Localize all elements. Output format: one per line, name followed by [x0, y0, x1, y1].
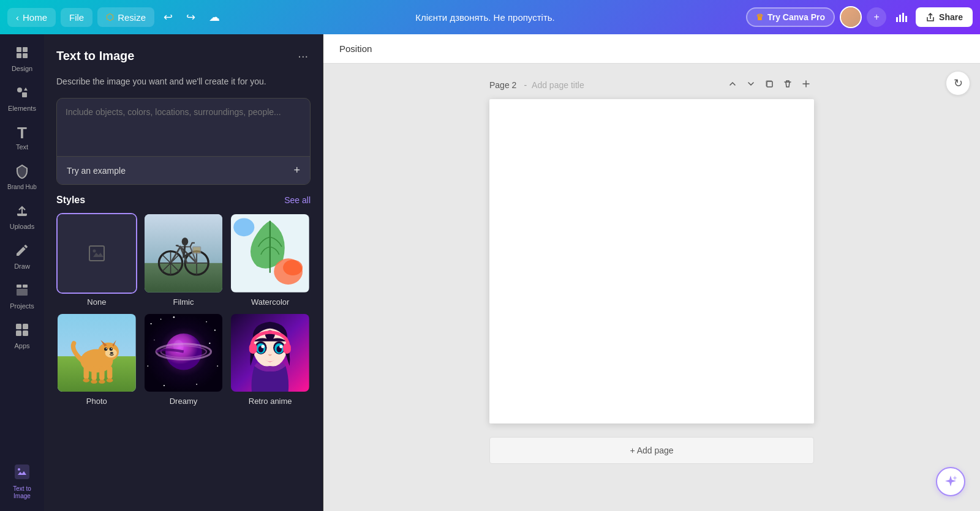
ai-assistant-button[interactable] — [936, 467, 965, 496]
sidebar-text-label: Text — [16, 143, 28, 151]
svg-rect-14 — [23, 324, 28, 329]
watercolor-svg — [231, 214, 309, 293]
draw-icon — [15, 243, 29, 260]
refresh-button[interactable]: ↻ — [946, 71, 970, 95]
add-page-label: + Add page — [630, 446, 673, 455]
sidebar-apps-label: Apps — [14, 342, 29, 350]
see-all-button[interactable]: See all — [284, 195, 311, 205]
svg-rect-12 — [17, 289, 28, 296]
svg-point-63 — [147, 365, 148, 367]
style-photo-thumb — [56, 313, 137, 394]
sidebar: Design Elements T Text Brand Hub Uploads — [0, 34, 44, 511]
sidebar-projects-label: Projects — [10, 302, 34, 310]
svg-rect-84 — [767, 81, 772, 87]
home-button[interactable]: ‹ Home — [7, 8, 56, 27]
sidebar-item-elements[interactable]: Elements — [0, 79, 44, 119]
redo-button[interactable]: ↪ — [182, 6, 200, 28]
page-copy-button[interactable] — [761, 76, 777, 94]
avatar[interactable] — [840, 6, 862, 28]
styles-grid: None — [56, 213, 311, 406]
svg-rect-83 — [283, 343, 291, 354]
style-watercolor[interactable]: Watercolor — [230, 213, 311, 307]
prompt-input[interactable] — [57, 99, 310, 154]
svg-rect-47 — [84, 366, 89, 379]
prompt-box: Try an example + — [56, 98, 311, 185]
panel-header: Text to Image ··· — [56, 47, 311, 65]
trash-icon — [783, 79, 793, 89]
home-label: Home — [23, 12, 47, 23]
canvas-scroll[interactable]: Page 2 - Add page title — [323, 64, 980, 511]
undo-button[interactable]: ↩ — [159, 6, 177, 28]
style-dreamy-label: Dreamy — [170, 397, 198, 406]
sparkle-icon — [943, 474, 958, 489]
svg-point-20 — [92, 249, 96, 252]
style-filmic-thumb — [143, 213, 224, 294]
plus-icon: + — [293, 164, 300, 177]
style-watercolor-thumb — [230, 213, 311, 294]
redo-icon: ↪ — [186, 10, 195, 24]
svg-rect-4 — [17, 47, 21, 52]
plus-icon — [801, 79, 811, 89]
style-filmic[interactable]: Filmic — [143, 213, 224, 307]
page-add-button[interactable] — [798, 76, 814, 94]
share-icon — [925, 12, 935, 22]
svg-rect-2 — [902, 13, 904, 22]
share-button[interactable]: Share — [916, 7, 973, 27]
style-dreamy[interactable]: Dreamy — [143, 313, 224, 406]
try-pro-button[interactable]: ♛ Try Canva Pro — [746, 7, 835, 27]
sidebar-item-projects[interactable]: Projects — [0, 277, 44, 316]
add-account-button[interactable]: + — [867, 7, 886, 27]
canvas-page[interactable] — [489, 99, 814, 423]
cloud-save-button[interactable]: ☁ — [205, 6, 224, 28]
panel-title: Text to Image — [56, 49, 134, 63]
sidebar-item-brand-hub[interactable]: Brand Hub — [0, 158, 44, 197]
try-example-button[interactable]: Try an example + — [57, 156, 310, 184]
svg-rect-1 — [899, 15, 901, 22]
style-photo-label: Photo — [86, 397, 107, 406]
style-retro-anime[interactable]: Retro anime — [230, 313, 311, 406]
page-title-hint[interactable]: Add page title — [532, 80, 584, 90]
panel-description: Describe the image you want and we'll cr… — [56, 75, 311, 88]
svg-rect-11 — [23, 285, 28, 288]
add-page-bar[interactable]: + Add page — [489, 437, 814, 464]
chevron-left-icon: ‹ — [16, 12, 19, 23]
sidebar-item-draw[interactable]: Draw — [0, 237, 44, 277]
svg-point-57 — [160, 318, 161, 319]
position-button[interactable]: Position — [333, 40, 378, 58]
styles-title: Styles — [56, 195, 85, 206]
sidebar-item-text-to-image[interactable]: Text to Image — [0, 457, 44, 506]
svg-point-62 — [209, 342, 210, 343]
page-up-button[interactable] — [725, 76, 741, 94]
sidebar-item-apps[interactable]: Apps — [0, 316, 44, 356]
svg-point-51 — [83, 378, 89, 382]
style-photo[interactable]: Photo — [56, 313, 137, 406]
resize-button[interactable]: ⬡ Resize — [97, 7, 154, 27]
svg-point-80 — [262, 345, 265, 348]
chevron-down-icon — [746, 79, 756, 89]
resize-icon: ⬡ — [106, 12, 114, 23]
file-label: File — [69, 12, 84, 23]
panel-menu-button[interactable]: ··· — [295, 47, 311, 65]
svg-rect-5 — [23, 47, 28, 52]
svg-rect-82 — [249, 343, 257, 354]
page-delete-button[interactable] — [780, 76, 796, 94]
svg-rect-3 — [905, 16, 907, 22]
svg-point-53 — [99, 379, 105, 383]
svg-point-35 — [283, 259, 303, 275]
avatar-image — [841, 7, 861, 27]
chevron-up-icon — [728, 79, 737, 89]
stats-button[interactable] — [891, 7, 911, 27]
sidebar-text-to-image-label: Text to Image — [4, 485, 40, 500]
styles-header: Styles See all — [56, 195, 311, 206]
svg-point-60 — [214, 329, 215, 330]
style-none[interactable]: None — [56, 213, 137, 307]
sidebar-item-text[interactable]: T Text — [0, 119, 44, 157]
sidebar-item-uploads[interactable]: Uploads — [0, 197, 44, 237]
svg-point-56 — [150, 323, 151, 324]
copy-icon — [764, 79, 774, 89]
page-down-button[interactable] — [743, 76, 759, 94]
svg-rect-0 — [896, 17, 898, 22]
resize-label: Resize — [118, 12, 146, 23]
sidebar-item-design[interactable]: Design — [0, 39, 44, 79]
file-button[interactable]: File — [61, 8, 92, 27]
